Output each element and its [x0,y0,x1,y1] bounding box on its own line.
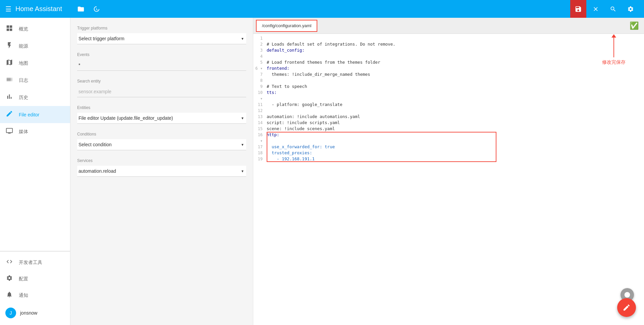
trigger-select[interactable]: Select trigger platform [77,33,246,44]
sidebar-item-map[interactable]: 地图 [0,55,70,72]
map-icon [5,59,13,68]
code-line-12: 12 [253,108,644,114]
entities-section: Entities File editor Update (update.file… [77,105,246,124]
sidebar: 概览 能源 地图 日志 [0,18,70,325]
conditions-select[interactable]: Select condition [77,139,246,150]
folder-icon[interactable] [76,4,86,14]
content-area: Trigger platforms Select trigger platfor… [70,18,644,325]
line-content: use_x_forwarded_for: true [267,144,644,150]
line-num: 13 [253,114,267,120]
sidebar-item-logbook[interactable]: 日志 [0,72,70,89]
trigger-label: Trigger platforms [77,26,246,31]
app-branding: ☰ Home Assistant [0,5,70,13]
settings-button[interactable] [623,0,639,18]
sidebar-item-media[interactable]: 媒体 [0,123,70,140]
main-layout: 概览 能源 地图 日志 [0,18,644,325]
code-line-19: 19 - 192.168.191.1 [253,156,644,162]
avatar: J [5,308,16,318]
line-num: 14 [253,120,267,126]
highlighted-section: 16 ▾ http: 17 use_x_forwarded_for: true … [253,132,644,162]
file-tab-bar: /config/configuration.yaml ✅ [253,18,644,34]
sidebar-item-label: 通知 [19,292,28,299]
menu-icon[interactable]: ☰ [5,5,11,13]
code-line-13: 13 automation: !include automations.yaml [253,114,644,120]
sidebar-item-history[interactable]: 历史 [0,89,70,106]
code-line-1: 1 [253,35,644,41]
events-input[interactable] [77,60,246,71]
sidebar-item-notifications[interactable]: 通知 [0,287,70,304]
line-num: 1 [253,35,267,41]
line-num: 2 [253,41,267,47]
line-num: 9 [253,84,267,90]
line-content: # Load frontend themes from the themes f… [267,59,644,65]
entities-label: Entities [77,105,246,110]
entities-select-wrapper[interactable]: File editor Update (update.file_editor_u… [77,113,246,124]
line-content: tts: [267,90,644,96]
header-actions-right [570,0,639,18]
line-content: frontend: [267,65,644,71]
sidebar-item-developer[interactable]: 开发者工具 [0,254,70,271]
sidebar-item-label: 媒体 [19,129,28,135]
sidebar-item-label: 地图 [19,60,28,66]
fab-button[interactable] [617,298,636,317]
check-icon: ✅ [630,21,639,30]
entities-select[interactable]: File editor Update (update.file_editor_u… [77,113,246,123]
user-item[interactable]: J jonsnow [0,304,70,322]
sidebar-item-label: 能源 [19,43,28,49]
arrow-head [611,34,616,38]
code-line-17: 17 use_x_forwarded_for: true [253,144,644,150]
sidebar-item-label: 开发者工具 [19,260,42,266]
code-line-18: 18 trusted_proxies: [253,150,644,156]
save-button[interactable] [570,0,586,18]
search-button[interactable] [605,0,621,18]
media-icon [5,127,13,136]
line-num: 15 [253,126,267,132]
conditions-section: Conditions Select condition ▼ [77,132,246,150]
line-content: trusted_proxies: [267,150,644,156]
search-entity-input[interactable] [77,86,246,97]
line-content: http: [267,132,644,138]
sidebar-item-file-editor[interactable]: File editor [0,106,70,123]
services-select-wrapper[interactable]: automation.reload ▼ [77,166,246,177]
code-line-6: 6 ▾ frontend: [253,65,644,71]
code-line-2: 2 # Loads default set of integrations. D… [253,41,644,47]
history-icon[interactable] [91,4,101,14]
energy-icon [5,42,13,51]
code-editor[interactable]: 1 2 # Loads default set of integrations.… [253,34,644,325]
config-icon [5,275,13,283]
sidebar-item-overview[interactable]: 概览 [0,20,70,38]
sidebar-item-config[interactable]: 配置 [0,271,70,287]
sidebar-item-energy[interactable]: 能源 [0,38,70,55]
events-label: Events [77,52,246,57]
line-content: script: !include scripts.yaml [267,120,644,126]
notifications-icon [5,291,13,300]
line-content: default_config: [267,47,644,53]
line-content: # Text to speech [267,84,644,90]
code-line-11: 11 - platform: google_translate [253,102,644,108]
events-section: Events [77,52,246,71]
sidebar-bottom: 开发者工具 配置 通知 J jonsnow [0,251,70,325]
line-content: # Loads default set of integrations. Do … [267,41,644,47]
trigger-select-wrapper[interactable]: Select trigger platform ▼ [77,33,246,44]
history-nav-icon [5,93,13,102]
line-content: automation: !include automations.yaml [267,114,644,120]
file-editor-icon [5,110,13,119]
line-num: 17 [253,144,267,150]
line-num: 12 [253,108,267,114]
app-title: Home Assistant [15,5,62,13]
line-num: 10 ▾ [253,90,267,102]
svg-text:⌨: ⌨ [625,293,630,296]
conditions-select-wrapper[interactable]: Select condition ▼ [77,139,246,150]
line-num: 7 [253,71,267,77]
file-tab[interactable]: /config/configuration.yaml [256,20,317,32]
sidebar-item-label: File editor [19,112,39,117]
close-button[interactable] [588,0,604,18]
save-arrow-line [613,37,614,57]
sidebar-item-label: 历史 [19,95,28,101]
code-line-7: 7 themes: !include_dir_merge_named theme… [253,71,644,77]
overview-icon [5,24,13,34]
save-annotation-text: 修改完保存 [602,59,626,65]
code-content: 1 2 # Loads default set of integrations.… [253,34,644,325]
config-panel: Trigger platforms Select trigger platfor… [70,18,253,325]
services-select[interactable]: automation.reload [77,166,246,176]
